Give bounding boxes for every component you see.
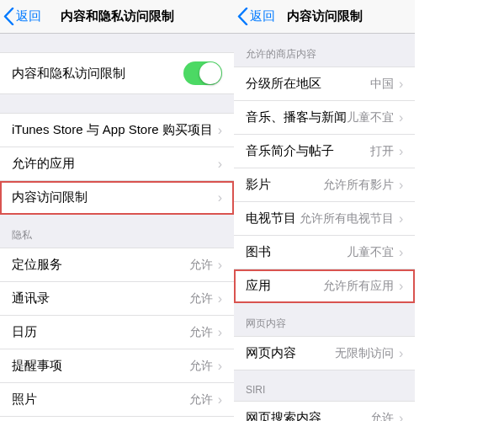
row-allowed-apps[interactable]: 允许的应用 › <box>0 147 234 181</box>
navbar-left: 返回 内容和隐私访问限制 <box>0 0 234 34</box>
row-value: 允许 <box>189 359 213 374</box>
row-value: 允许 <box>189 258 213 273</box>
chevron-right-icon: › <box>399 144 403 159</box>
row-label: 网页内容 <box>246 345 335 361</box>
row-value: 中国 <box>370 77 394 92</box>
section-header-siri: SIRI <box>234 370 415 401</box>
row-calendar[interactable]: 日历 允许 › <box>0 316 234 349</box>
row-label: 日历 <box>12 324 189 340</box>
row-value: 允许 <box>370 411 394 422</box>
back-label: 返回 <box>16 8 41 24</box>
chevron-left-icon <box>237 8 248 25</box>
chevron-right-icon: › <box>399 346 403 361</box>
row-web-content[interactable]: 网页内容 无限制访问 › <box>234 336 415 370</box>
row-label: 提醒事项 <box>12 358 189 374</box>
row-label: 网页搜索内容 <box>246 410 370 421</box>
row-rating-region[interactable]: 分级所在地区 中国 › <box>234 67 415 101</box>
chevron-right-icon: › <box>399 245 403 260</box>
row-label: 照片 <box>12 392 189 408</box>
back-label: 返回 <box>250 8 275 24</box>
chevron-right-icon: › <box>218 359 222 374</box>
navbar-right: 返回 内容访问限制 <box>234 0 415 34</box>
row-reminders[interactable]: 提醒事项 允许 › <box>0 349 234 383</box>
row-label: 图书 <box>246 244 347 260</box>
row-books[interactable]: 图书 儿童不宜 › <box>234 236 415 269</box>
row-share-location[interactable]: 共享我的位置 允许 › <box>0 417 234 421</box>
chevron-right-icon: › <box>218 157 222 172</box>
row-value: 儿童不宜 <box>347 110 394 125</box>
back-button-right[interactable]: 返回 <box>234 8 275 25</box>
row-itunes-purchases[interactable]: iTunes Store 与 App Store 购买项目 › <box>0 113 234 147</box>
row-label: 定位服务 <box>12 257 189 273</box>
row-master-toggle: 内容和隐私访问限制 <box>0 52 234 94</box>
row-label: 通讯录 <box>12 290 189 306</box>
section-header-privacy: 隐私 <box>0 215 234 248</box>
master-toggle[interactable] <box>183 61 222 85</box>
chevron-right-icon: › <box>399 77 403 92</box>
row-photos[interactable]: 照片 允许 › <box>0 383 234 417</box>
chevron-right-icon: › <box>399 211 403 226</box>
chevron-left-icon <box>3 8 14 25</box>
row-label: 内容访问限制 <box>12 189 213 205</box>
pane-left: 返回 内容和隐私访问限制 内容和隐私访问限制 iTunes Store 与 Ap… <box>0 0 234 421</box>
row-label: 电视节目 <box>246 210 300 226</box>
row-value: 儿童不宜 <box>347 245 394 260</box>
chevron-right-icon: › <box>399 178 403 193</box>
row-label: 影片 <box>246 177 323 193</box>
pane-right: 返回 内容访问限制 允许的商店内容 分级所在地区 中国 › 音乐、播客与新闻 儿… <box>234 0 415 421</box>
chevron-right-icon: › <box>399 279 403 294</box>
row-value: 允许 <box>189 291 213 306</box>
spacer <box>0 94 234 113</box>
chevron-right-icon: › <box>218 392 222 408</box>
chevron-right-icon: › <box>399 411 403 422</box>
row-label: 应用 <box>246 278 323 294</box>
row-value: 允许所有影片 <box>323 178 394 193</box>
chevron-right-icon: › <box>218 325 222 340</box>
row-value: 允许 <box>189 325 213 340</box>
master-toggle-label: 内容和隐私访问限制 <box>12 66 183 82</box>
chevron-right-icon: › <box>218 190 222 205</box>
row-music-profiles-posts[interactable]: 音乐简介与帖子 打开 › <box>234 135 415 168</box>
chevron-right-icon: › <box>218 291 222 306</box>
section-header-store: 允许的商店内容 <box>234 34 415 67</box>
toggle-knob <box>199 62 221 84</box>
row-value: 打开 <box>370 144 394 159</box>
row-value: 允许 <box>189 392 213 408</box>
row-label: 分级所在地区 <box>246 76 370 92</box>
row-label: 音乐简介与帖子 <box>246 143 370 159</box>
row-label: iTunes Store 与 App Store 购买项目 <box>12 122 213 138</box>
chevron-right-icon: › <box>218 258 222 273</box>
row-music-podcasts-news[interactable]: 音乐、播客与新闻 儿童不宜 › <box>234 101 415 135</box>
row-content-restrictions[interactable]: 内容访问限制 › <box>0 181 234 215</box>
row-value: 允许所有应用 <box>323 279 394 294</box>
row-contacts[interactable]: 通讯录 允许 › <box>0 282 234 316</box>
row-value: 允许所有电视节目 <box>300 211 394 226</box>
row-tv-shows[interactable]: 电视节目 允许所有电视节目 › <box>234 202 415 236</box>
row-location-services[interactable]: 定位服务 允许 › <box>0 248 234 282</box>
row-value: 无限制访问 <box>335 346 394 361</box>
row-movies[interactable]: 影片 允许所有影片 › <box>234 168 415 202</box>
chevron-right-icon: › <box>218 123 222 138</box>
section-header-web: 网页内容 <box>234 303 415 336</box>
row-label: 音乐、播客与新闻 <box>246 109 347 125</box>
chevron-right-icon: › <box>399 110 403 125</box>
back-button-left[interactable]: 返回 <box>0 8 41 25</box>
row-label: 允许的应用 <box>12 156 213 172</box>
row-web-search[interactable]: 网页搜索内容 允许 › <box>234 401 415 421</box>
spacer <box>0 34 234 52</box>
row-apps[interactable]: 应用 允许所有应用 › <box>234 269 415 303</box>
